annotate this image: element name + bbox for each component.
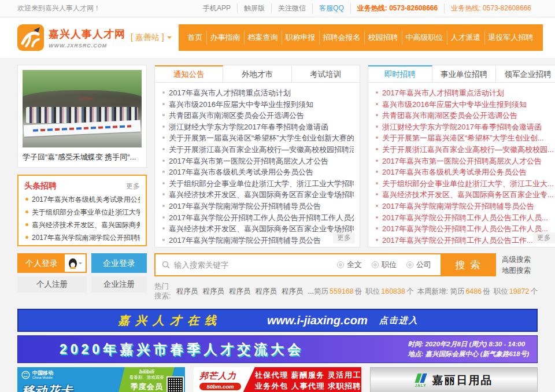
job-fair-banner[interactable]: 2020年嘉兴市春季人才交流大会 时间: 2020年2月8日 (周六) 8:30…	[17, 335, 538, 363]
tab-notices[interactable]: 通知公告	[155, 65, 223, 82]
notice-item[interactable]: 共青团嘉兴市南湖区委员会公开选调公告	[162, 110, 354, 121]
news-photo-card[interactable]: 学子回“嘉”感受禾城蝶变 携手同“...	[17, 65, 147, 168]
jaly-daily-ad[interactable]: JALY 嘉丽日用品	[370, 367, 538, 392]
notice-item[interactable]: 关于组织部分企事业单位赴浙江大学、浙江工业大学招聘人才的...	[162, 178, 354, 190]
notice-item[interactable]: 2017年嘉兴学院南湖学院公开招聘辅导员公告	[162, 235, 354, 246]
nav-item-title-apply[interactable]: 职称申报	[282, 31, 319, 45]
advanced-search-link[interactable]: 高级搜索	[502, 254, 538, 265]
notice-item[interactable]: 嘉兴市级2016年应届大中专毕业生报到须知	[162, 99, 354, 110]
topbar-link-qq-service[interactable]: 客服QQ	[312, 3, 350, 13]
scope-company-radio[interactable]: 公司	[406, 260, 431, 270]
topbar-link-wechat[interactable]: 关注微信	[271, 3, 312, 13]
banner-title: 嘉兴人才在线	[118, 313, 222, 328]
tab-exam-training[interactable]: 考试培训	[292, 65, 360, 82]
tab-leading-enterprise-recruit[interactable]: 领军企业招聘	[496, 65, 555, 82]
tab-other-markets[interactable]: 外地才市	[223, 65, 291, 82]
scope-position-radio[interactable]: 职位	[372, 260, 397, 270]
topbar-link-mobile-app[interactable]: 手机APP	[197, 3, 237, 13]
recruit-item[interactable]: 关于组织部分企事业单位赴浙江大学、浙江工业大...	[375, 178, 554, 190]
photo-caption[interactable]: 学子回“嘉”感受禾城蝶变 携手同“...	[23, 152, 142, 162]
headline-job-item[interactable]: 嘉兴经济技术开发区、嘉兴国际商务...	[24, 219, 140, 231]
topbar: 欢迎来到嘉兴人事人才网！ 手机APP 触屏版 关注微信 客服QQ 业务热线: 0…	[0, 0, 555, 17]
talent-online-banner[interactable]: 嘉兴人才在线 www.i-jiaxing.com 点击进入	[17, 309, 538, 332]
recruit-item[interactable]: 2017年嘉兴市第一医院公开招聘高层次人才公告	[375, 156, 554, 167]
headline-job-item[interactable]: 2017年嘉兴市各级机关考试录用公务...	[24, 193, 140, 206]
search-panel: 全文 职位 公司 搜索 高级搜索 地图搜索 热门搜索: 程序员 程序员	[154, 253, 538, 301]
recruit-item[interactable]: 2017年嘉兴市各级机关考试录用公务员公告	[375, 167, 554, 178]
hotline-primary: 业务热线: 0573-82608666	[350, 3, 444, 13]
headline-job-item[interactable]: 关于组织部分企事业单位赴浙江大学...	[24, 206, 140, 219]
china-mobile-ad[interactable]: 中国移动 China Mobile 移动花卡 bilibili 看番剧、游戏观赛…	[17, 367, 185, 392]
bangmang-logo-text: 邦芒人力	[199, 371, 255, 382]
personal-login-button[interactable]: 个人登录	[18, 254, 65, 272]
search-button[interactable]: 搜索	[441, 254, 495, 275]
notice-item[interactable]: 关于开展第一届嘉兴港区“希望杯”大学生创业创新大赛的通知	[162, 132, 354, 144]
recruit-item[interactable]: 2017年嘉兴学院公开招聘工作人员公告工作人员...	[375, 212, 554, 224]
nav-item-guide[interactable]: 办事指南	[206, 31, 244, 45]
recruit-item[interactable]: 2017年嘉兴市人才招聘重点活动计划	[375, 87, 554, 99]
notice-item[interactable]: 嘉兴经济技术开发区、嘉兴国际商务区百家企业专场招聘会公告	[162, 189, 354, 201]
station-selector[interactable]: [ 嘉善站 ]	[131, 32, 172, 43]
recruit-item[interactable]: 嘉兴市级2016年应届大中专毕业生报到须知	[375, 99, 554, 110]
notice-item[interactable]: 2017年嘉兴市第一医院公开招聘高层次人才公告	[162, 156, 354, 167]
recruit-item[interactable]: 2017年嘉兴学院南湖学院公开招聘辅导员公告	[375, 201, 554, 212]
qq-penguin-icon	[69, 258, 77, 268]
radio-icon	[406, 261, 413, 268]
notices-more-link[interactable]: 更多	[333, 232, 355, 243]
recruit-item[interactable]: 关于开展第一届嘉兴港区“希望杯”大学生创业创...	[375, 132, 554, 144]
headline-jobs-more-link[interactable]: 更多	[126, 182, 140, 191]
notice-item[interactable]: 浙江财经大学东方学院2017年春季招聘会邀请函	[162, 121, 354, 133]
hot-keyword[interactable]: 程序员	[256, 287, 278, 297]
nav-item-archives[interactable]: 档案查询	[244, 31, 282, 45]
tab-instant-recruit[interactable]: 即时招聘	[368, 65, 432, 82]
company-register-button[interactable]: 企业注册	[91, 276, 147, 293]
map-search-link[interactable]: 地图搜索	[502, 265, 538, 276]
banner-url: www.i-jiaxing.com	[267, 314, 368, 327]
nav-item-campus[interactable]: 校园招聘	[364, 31, 402, 45]
chevron-down-icon	[79, 262, 82, 266]
bangmang-hr-ad[interactable]: 邦芒人力 50bm.com 社保代理 薪酬服务 灵活用工 业务外包 人事代理 求…	[194, 367, 361, 392]
hot-keyword-ellipsis: ...	[308, 287, 314, 295]
site-logo-icon[interactable]	[17, 24, 44, 51]
notice-item[interactable]: 2017年嘉兴市各级机关考试录用公务员公告	[162, 167, 354, 178]
topbar-link-touch-version[interactable]: 触屏版	[237, 3, 271, 13]
scope-fulltext-radio[interactable]: 全文	[337, 260, 362, 270]
welcome-text: 欢迎来到嘉兴人事人才网！	[17, 3, 101, 13]
qq-login-button[interactable]	[65, 254, 86, 272]
nav-item-dispatch[interactable]: 人才派遣	[447, 31, 484, 45]
search-input[interactable]	[174, 261, 337, 269]
notice-item[interactable]: 2017年嘉兴学院南湖学院公开招聘辅导员公告	[162, 201, 354, 212]
headline-jobs-card: 头条招聘 更多 2017年嘉兴市各级机关考试录用公务... 关于组织部分企事业单…	[17, 175, 147, 246]
nav-item-home[interactable]: 首页	[184, 31, 206, 45]
notice-item[interactable]: 2017年嘉兴学院公开招聘工作人员公告开招聘工作人员公告开...	[162, 212, 354, 224]
header: 嘉兴人事人才网 WWW.JXRSRC.COM [ 嘉善站 ] 首页 办事指南 档…	[0, 17, 555, 58]
recruit-item[interactable]: 关于开展浙江嘉兴百家企业高校行—安徽高校校园...	[375, 144, 554, 156]
recruit-item[interactable]: 嘉兴经济技术开发区、嘉兴国际商务区百家企业专...	[375, 189, 554, 201]
news-photo[interactable]	[23, 70, 142, 147]
nav-item-veterans[interactable]: 退役军人招聘	[484, 31, 537, 45]
headline-jobs-title: 头条招聘	[24, 181, 57, 191]
hot-keyword[interactable]: 程序员	[176, 287, 198, 297]
recruit-item[interactable]: 2017年嘉兴学院公开招聘工作人员公告工作...	[375, 235, 554, 246]
personal-register-button[interactable]: 个人注册	[17, 276, 87, 293]
notice-item[interactable]: 嘉兴经济技术开发区、嘉兴国际商务区百家企业专场招聘会公告	[162, 223, 354, 235]
recruit-more-link[interactable]: 更多	[533, 232, 555, 243]
hot-keyword[interactable]: 程序员	[229, 287, 251, 297]
qr-code	[166, 376, 184, 392]
bilibili-logo-text: bilibili	[122, 369, 172, 375]
recruit-item[interactable]: 2017年嘉兴学院公开招聘工作人员公告工作人员...	[375, 223, 554, 235]
nav-item-senior-jobs[interactable]: 中高级职位	[402, 31, 447, 45]
hot-keyword[interactable]: 程序员	[282, 287, 304, 297]
mobile-huaka-title: 移动花卡	[22, 383, 73, 392]
nav-item-jobfair-signup[interactable]: 招聘会报名	[319, 31, 364, 45]
hotline-secondary: 业务热线: 0573-82608666	[444, 3, 538, 13]
tab-public-institution-recruit[interactable]: 事业单位招聘	[432, 65, 497, 82]
headline-job-item[interactable]: 2017年嘉兴学院南湖学院公开招聘辅...	[24, 231, 140, 244]
hot-keyword[interactable]: 程序员	[203, 287, 225, 297]
recruit-item[interactable]: 共青团嘉兴市南湖区委员会公开选调公告	[375, 110, 554, 121]
notice-item[interactable]: 2017年嘉兴市人才招聘重点活动计划	[162, 87, 354, 99]
site-brand[interactable]: 嘉兴人事人才网 WWW.JXRSRC.COM	[49, 27, 125, 49]
company-login-button[interactable]: 企业登录	[91, 253, 147, 273]
notice-item[interactable]: 关于开展浙江嘉兴百家企业高校行—安徽高校校园招聘活动的通...	[162, 144, 354, 156]
recruit-item[interactable]: 浙江财经大学东方学院2017年春季招聘会邀请函	[375, 121, 554, 133]
